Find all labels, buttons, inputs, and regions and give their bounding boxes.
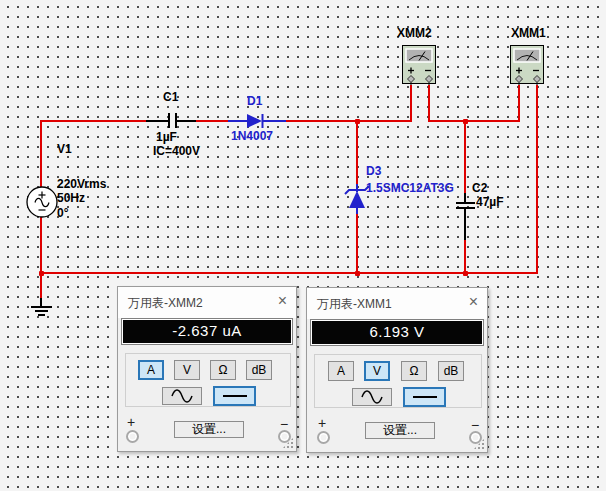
v1-phase-label: 0°	[57, 207, 68, 219]
v1-ref-label: V1	[57, 143, 72, 155]
d1-part-label: 1N4007	[231, 130, 273, 142]
d1-ref-label: D1	[247, 95, 262, 107]
reading-display: -2.637 uA	[121, 318, 293, 345]
wire-v1-top[interactable]	[40, 120, 42, 188]
close-icon[interactable]: ×	[278, 293, 287, 309]
c1-value-label: 1µF	[156, 131, 177, 143]
wire-segment-mid[interactable]	[428, 120, 520, 122]
wire-xmm2-minus[interactable]	[428, 85, 430, 122]
wire-c2-top[interactable]	[464, 121, 466, 193]
reading-value: 6.193 V	[369, 323, 424, 340]
c2-bottom-lead[interactable]	[464, 209, 466, 240]
ac-waveform-button[interactable]	[162, 387, 202, 405]
wire-c2-bottom[interactable]	[464, 240, 466, 274]
mode-button-voltage[interactable]: V	[174, 360, 200, 380]
dc-waveform-button[interactable]	[213, 386, 256, 406]
mode-button-current[interactable]: A	[328, 361, 354, 381]
close-icon[interactable]: ×	[469, 294, 478, 310]
d3-ref-label: D3	[366, 165, 381, 177]
xmm2-meter-icon[interactable]	[402, 45, 436, 85]
c2-top-lead[interactable]	[464, 193, 466, 202]
wire-xmm1-minus[interactable]	[536, 85, 538, 274]
xmm2-icon-label: XMM2	[397, 27, 432, 39]
c1-capacitor-plate-left[interactable]	[168, 113, 170, 128]
plus-terminal-label: +	[318, 416, 326, 430]
junction-dot	[39, 271, 44, 276]
dc-line-icon	[221, 392, 249, 400]
wire-d3-top[interactable]	[356, 121, 358, 186]
junction-dot	[463, 119, 468, 124]
multimeter-panel-xmm2: 万用表-XMM2 × -2.637 uA A V Ω dB + 设置... −	[117, 286, 297, 452]
c2-value-label: 47µF	[476, 196, 504, 208]
schematic-canvas: V1 220Vrms 50Hz 0° C1 1µF IC=400V D1 1N4…	[0, 0, 606, 491]
junction-dot	[355, 271, 360, 276]
wire-c1-d1[interactable]	[196, 120, 230, 122]
c1-capacitor-plate-right[interactable]	[175, 113, 177, 128]
wire-xmm2-plus[interactable]	[410, 85, 412, 122]
multimeter-panel-xmm1: 万用表-XMM1 × 6.193 V A V Ω dB + 设置... −	[306, 287, 488, 453]
dc-line-icon	[411, 393, 439, 401]
ac-waveform-button[interactable]	[352, 388, 392, 406]
wire-main-left[interactable]	[40, 120, 147, 122]
junction-dot	[463, 271, 468, 276]
panel-title: 万用表-XMM2	[128, 295, 203, 312]
panel-titlebar[interactable]: 万用表-XMM1 ×	[307, 288, 487, 319]
plus-terminal	[317, 431, 330, 444]
xmm1-icon-label: XMM1	[511, 27, 546, 39]
junction-dot	[355, 119, 360, 124]
panel-titlebar[interactable]: 万用表-XMM2 ×	[118, 287, 296, 318]
wire-xmm1-plus[interactable]	[518, 85, 520, 122]
v1-value-label: 220Vrms	[57, 178, 106, 190]
ground-symbol[interactable]	[31, 306, 52, 308]
sine-wave-icon	[360, 391, 384, 403]
mode-button-resistance[interactable]: Ω	[401, 361, 427, 381]
dc-waveform-button[interactable]	[403, 387, 446, 407]
reading-value: -2.637 uA	[172, 322, 242, 339]
mode-button-resistance[interactable]: Ω	[210, 360, 236, 380]
plus-terminal-label: +	[127, 415, 135, 429]
d3-part-label: 1.5SMC12AT3G	[366, 182, 454, 194]
reading-display: 6.193 V	[310, 319, 484, 346]
mode-button-voltage[interactable]: V	[364, 361, 390, 381]
mode-button-db[interactable]: dB	[246, 360, 272, 380]
mode-button-db[interactable]: dB	[438, 361, 464, 381]
c1-ic-label: IC=400V	[153, 145, 200, 157]
panel-title: 万用表-XMM1	[317, 296, 392, 313]
v1-ac-source-symbol[interactable]	[25, 186, 59, 219]
wire-v1-bottom[interactable]	[40, 217, 42, 299]
xmm1-meter-icon[interactable]	[510, 45, 544, 85]
c1-right-lead[interactable]	[177, 120, 196, 122]
plus-terminal	[126, 430, 139, 443]
mode-button-current[interactable]: A	[138, 360, 164, 380]
v1-freq-label: 50Hz	[57, 192, 85, 204]
minus-terminal-label: −	[471, 418, 479, 432]
c1-left-lead[interactable]	[146, 120, 169, 122]
sine-wave-icon	[170, 390, 194, 402]
wire-main-right[interactable]	[286, 120, 412, 122]
ground-bar-2	[35, 310, 48, 312]
ground-bar-3	[38, 314, 45, 316]
minus-terminal	[278, 430, 291, 443]
wire-d3-bottom[interactable]	[356, 212, 358, 274]
c1-ref-label: C1	[163, 91, 178, 103]
c2-ref-label: C2	[472, 182, 487, 194]
settings-button[interactable]: 设置...	[174, 421, 244, 438]
settings-button[interactable]: 设置...	[365, 422, 435, 439]
minus-terminal-label: −	[280, 417, 288, 431]
minus-terminal	[469, 431, 482, 444]
c2-capacitor-plate-bottom[interactable]	[456, 207, 475, 209]
c2-capacitor-plate-top[interactable]	[456, 202, 475, 204]
